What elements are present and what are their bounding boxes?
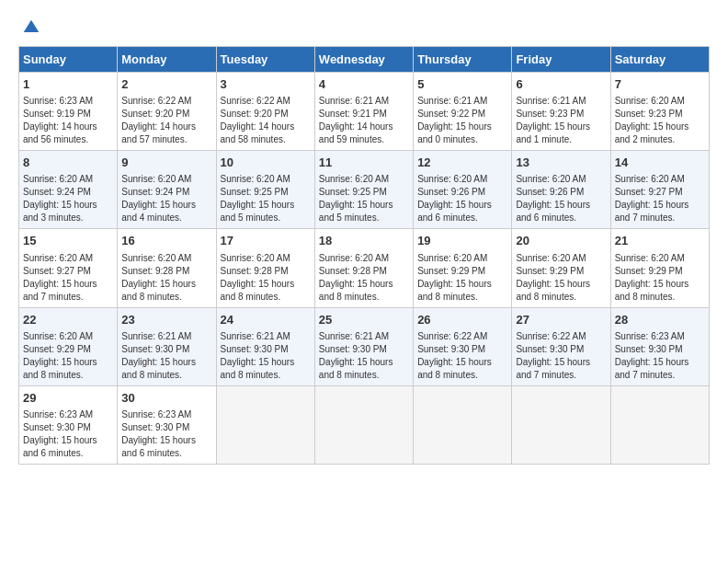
calendar-cell: 5Sunrise: 6:21 AM Sunset: 9:22 PM Daylig… — [414, 73, 512, 151]
day-number: 24 — [221, 312, 311, 328]
day-info: Sunrise: 6:20 AM Sunset: 9:28 PM Dayligh… — [221, 252, 311, 304]
day-info: Sunrise: 6:22 AM Sunset: 9:20 PM Dayligh… — [221, 95, 311, 146]
day-number: 3 — [221, 76, 311, 93]
logo-icon — [22, 18, 40, 37]
day-header-tuesday: Tuesday — [216, 47, 314, 73]
day-number: 13 — [516, 155, 606, 171]
calendar-cell: 13Sunrise: 6:20 AM Sunset: 9:26 PM Dayli… — [512, 151, 610, 229]
day-number: 7 — [615, 76, 705, 93]
calendar-week-3: 15Sunrise: 6:20 AM Sunset: 9:27 PM Dayli… — [19, 229, 710, 307]
calendar-cell — [314, 385, 413, 464]
day-number: 20 — [516, 233, 606, 249]
day-info: Sunrise: 6:23 AM Sunset: 9:30 PM Dayligh… — [615, 330, 705, 382]
calendar-cell: 12Sunrise: 6:20 AM Sunset: 9:26 PM Dayli… — [414, 151, 512, 229]
calendar-cell: 9Sunrise: 6:20 AM Sunset: 9:24 PM Daylig… — [118, 151, 216, 229]
day-number: 15 — [23, 233, 113, 249]
day-header-saturday: Saturday — [610, 47, 709, 73]
day-info: Sunrise: 6:22 AM Sunset: 9:20 PM Dayligh… — [121, 95, 211, 146]
calendar-week-4: 22Sunrise: 6:20 AM Sunset: 9:29 PM Dayli… — [19, 307, 710, 385]
calendar-cell: 26Sunrise: 6:22 AM Sunset: 9:30 PM Dayli… — [414, 307, 512, 385]
calendar-week-2: 8Sunrise: 6:20 AM Sunset: 9:24 PM Daylig… — [19, 151, 710, 229]
day-info: Sunrise: 6:22 AM Sunset: 9:30 PM Dayligh… — [516, 330, 606, 382]
day-info: Sunrise: 6:21 AM Sunset: 9:23 PM Dayligh… — [516, 95, 606, 146]
calendar-cell: 10Sunrise: 6:20 AM Sunset: 9:25 PM Dayli… — [216, 151, 314, 229]
calendar-cell: 11Sunrise: 6:20 AM Sunset: 9:25 PM Dayli… — [314, 151, 413, 229]
calendar-table: SundayMondayTuesdayWednesdayThursdayFrid… — [18, 46, 710, 465]
day-info: Sunrise: 6:20 AM Sunset: 9:27 PM Dayligh… — [615, 173, 705, 224]
calendar-cell: 29Sunrise: 6:23 AM Sunset: 9:30 PM Dayli… — [19, 385, 118, 464]
day-number: 2 — [121, 76, 211, 93]
day-header-friday: Friday — [512, 47, 610, 73]
day-info: Sunrise: 6:21 AM Sunset: 9:30 PM Dayligh… — [319, 330, 409, 382]
calendar-cell: 20Sunrise: 6:20 AM Sunset: 9:29 PM Dayli… — [512, 229, 610, 307]
calendar-cell: 4Sunrise: 6:21 AM Sunset: 9:21 PM Daylig… — [314, 73, 413, 151]
calendar-cell: 19Sunrise: 6:20 AM Sunset: 9:29 PM Dayli… — [414, 229, 512, 307]
day-number: 16 — [121, 233, 211, 249]
day-number: 30 — [121, 390, 211, 407]
calendar-week-5: 29Sunrise: 6:23 AM Sunset: 9:30 PM Dayli… — [19, 385, 710, 464]
day-number: 18 — [319, 233, 409, 249]
day-number: 17 — [221, 233, 311, 249]
calendar-cell: 22Sunrise: 6:20 AM Sunset: 9:29 PM Dayli… — [19, 307, 118, 385]
day-number: 5 — [417, 76, 507, 93]
day-info: Sunrise: 6:20 AM Sunset: 9:28 PM Dayligh… — [121, 252, 211, 304]
calendar-cell: 30Sunrise: 6:23 AM Sunset: 9:30 PM Dayli… — [118, 385, 216, 464]
day-number: 27 — [516, 312, 606, 328]
day-info: Sunrise: 6:20 AM Sunset: 9:26 PM Dayligh… — [417, 173, 507, 224]
calendar-cell: 23Sunrise: 6:21 AM Sunset: 9:30 PM Dayli… — [118, 307, 216, 385]
calendar-week-1: 1Sunrise: 6:23 AM Sunset: 9:19 PM Daylig… — [19, 73, 710, 151]
day-info: Sunrise: 6:20 AM Sunset: 9:25 PM Dayligh… — [221, 173, 311, 224]
day-info: Sunrise: 6:20 AM Sunset: 9:26 PM Dayligh… — [516, 173, 606, 224]
day-number: 10 — [221, 155, 311, 171]
day-number: 28 — [615, 312, 705, 328]
day-number: 12 — [417, 155, 507, 171]
day-header-thursday: Thursday — [414, 47, 512, 73]
calendar-cell — [610, 385, 709, 464]
day-info: Sunrise: 6:20 AM Sunset: 9:29 PM Dayligh… — [615, 252, 705, 304]
day-number: 8 — [23, 155, 113, 171]
day-info: Sunrise: 6:22 AM Sunset: 9:30 PM Dayligh… — [417, 330, 507, 382]
calendar-cell — [414, 385, 512, 464]
calendar-cell: 1Sunrise: 6:23 AM Sunset: 9:19 PM Daylig… — [19, 73, 118, 151]
calendar-cell: 24Sunrise: 6:21 AM Sunset: 9:30 PM Dayli… — [216, 307, 314, 385]
day-number: 21 — [615, 233, 705, 249]
day-info: Sunrise: 6:20 AM Sunset: 9:25 PM Dayligh… — [319, 173, 409, 224]
calendar-cell — [512, 385, 610, 464]
day-header-monday: Monday — [118, 47, 216, 73]
day-number: 22 — [23, 312, 113, 328]
day-info: Sunrise: 6:21 AM Sunset: 9:22 PM Dayligh… — [417, 95, 507, 146]
day-number: 29 — [23, 390, 113, 407]
calendar-cell: 6Sunrise: 6:21 AM Sunset: 9:23 PM Daylig… — [512, 73, 610, 151]
day-info: Sunrise: 6:20 AM Sunset: 9:29 PM Dayligh… — [516, 252, 606, 304]
day-number: 9 — [121, 155, 211, 171]
day-info: Sunrise: 6:20 AM Sunset: 9:29 PM Dayligh… — [417, 252, 507, 304]
calendar-cell: 16Sunrise: 6:20 AM Sunset: 9:28 PM Dayli… — [118, 229, 216, 307]
day-info: Sunrise: 6:20 AM Sunset: 9:24 PM Dayligh… — [23, 173, 113, 224]
day-info: Sunrise: 6:23 AM Sunset: 9:19 PM Dayligh… — [23, 95, 113, 146]
day-info: Sunrise: 6:21 AM Sunset: 9:30 PM Dayligh… — [221, 330, 311, 382]
day-number: 25 — [319, 312, 409, 328]
calendar-cell: 8Sunrise: 6:20 AM Sunset: 9:24 PM Daylig… — [19, 151, 118, 229]
day-number: 6 — [516, 76, 606, 93]
day-number: 26 — [417, 312, 507, 328]
calendar-cell — [216, 385, 314, 464]
calendar-cell: 14Sunrise: 6:20 AM Sunset: 9:27 PM Dayli… — [610, 151, 709, 229]
calendar-cell: 21Sunrise: 6:20 AM Sunset: 9:29 PM Dayli… — [610, 229, 709, 307]
calendar-cell: 25Sunrise: 6:21 AM Sunset: 9:30 PM Dayli… — [314, 307, 413, 385]
day-info: Sunrise: 6:20 AM Sunset: 9:29 PM Dayligh… — [23, 330, 113, 382]
logo — [18, 18, 40, 37]
page-header — [18, 18, 710, 37]
day-info: Sunrise: 6:20 AM Sunset: 9:24 PM Dayligh… — [121, 173, 211, 224]
day-header-wednesday: Wednesday — [314, 47, 413, 73]
day-number: 14 — [615, 155, 705, 171]
calendar-cell: 7Sunrise: 6:20 AM Sunset: 9:23 PM Daylig… — [610, 73, 709, 151]
calendar-cell: 28Sunrise: 6:23 AM Sunset: 9:30 PM Dayli… — [610, 307, 709, 385]
calendar-cell: 27Sunrise: 6:22 AM Sunset: 9:30 PM Dayli… — [512, 307, 610, 385]
svg-marker-0 — [24, 20, 40, 32]
calendar-cell: 3Sunrise: 6:22 AM Sunset: 9:20 PM Daylig… — [216, 73, 314, 151]
calendar-cell: 2Sunrise: 6:22 AM Sunset: 9:20 PM Daylig… — [118, 73, 216, 151]
day-number: 1 — [23, 76, 113, 93]
day-info: Sunrise: 6:23 AM Sunset: 9:30 PM Dayligh… — [121, 408, 211, 460]
calendar-cell: 15Sunrise: 6:20 AM Sunset: 9:27 PM Dayli… — [19, 229, 118, 307]
calendar-body: 1Sunrise: 6:23 AM Sunset: 9:19 PM Daylig… — [19, 73, 710, 465]
